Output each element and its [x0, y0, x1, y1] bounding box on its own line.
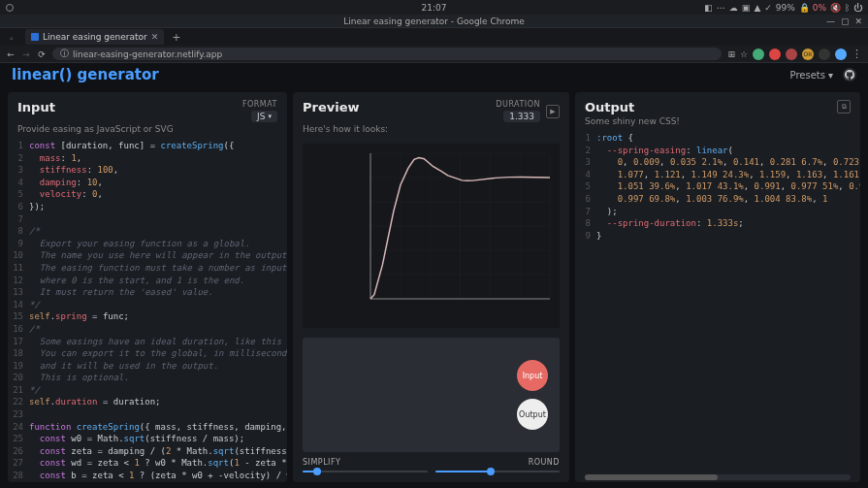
format-select[interactable]: JS ▾	[251, 111, 277, 122]
tray-battery[interactable]: 99%	[776, 3, 795, 13]
code-line: 1const [duration, func] = createSpring({	[12, 140, 283, 152]
activities-icon[interactable]	[6, 4, 14, 12]
tab-search-icon[interactable]: ⌕	[8, 33, 16, 41]
format-label: FORMAT	[242, 100, 277, 109]
input-title: Input	[17, 100, 55, 114]
code-line: 15self.spring = func;	[12, 310, 283, 323]
bookmark-icon[interactable]: ☆	[740, 49, 748, 59]
code-line: 20 This is optional.	[12, 372, 283, 384]
duration-label: DURATION	[496, 100, 540, 109]
code-line: 7 );	[579, 206, 856, 218]
window-title: Linear easing generator - Google Chrome	[343, 16, 525, 26]
nav-back-icon[interactable]: ←	[6, 49, 16, 59]
tray-lock-icon[interactable]: 🔒 0%	[799, 3, 826, 13]
nav-reload-icon[interactable]: ⟳	[37, 49, 47, 59]
new-tab-button[interactable]: +	[168, 31, 184, 44]
app-header: linear() generator Presets ▾	[0, 63, 868, 86]
code-line: 8/*	[12, 225, 283, 238]
code-line: 7	[12, 213, 283, 226]
url-input[interactable]: ⓘ linear-easing-generator.netlify.app	[52, 48, 722, 60]
browser-tab-strip: ⌕ Linear easing generator ✕ +	[0, 28, 868, 46]
ext-icon-3[interactable]	[786, 49, 797, 60]
presets-label: Presets	[790, 70, 825, 81]
ext-icon-4[interactable]: OR	[802, 49, 814, 60]
input-panel: Input FORMAT JS ▾ Provide easing as Java…	[8, 92, 287, 482]
code-line: 16/*	[12, 323, 283, 336]
round-slider[interactable]	[435, 471, 561, 472]
page-title: linear() generator	[12, 66, 159, 83]
ext-icon-5[interactable]	[819, 49, 830, 60]
graph-svg	[303, 144, 560, 328]
url-text: linear-easing-generator.netlify.app	[73, 49, 222, 59]
ext-icon-1[interactable]	[753, 49, 764, 60]
code-line: 2 --spring-easing: linear(	[579, 145, 856, 157]
tab-close-icon[interactable]: ✕	[151, 32, 159, 42]
tray-sound-icon[interactable]: 🔇	[830, 3, 841, 13]
code-line: 10 The name you use here will appear in …	[12, 249, 283, 262]
input-code-editor[interactable]: 1const [duration, func] = createSpring({…	[8, 140, 287, 482]
tray-dots-icon[interactable]: ⋯	[717, 3, 725, 13]
code-line: 4 1.077, 1.121, 1.149 24.3%, 1.159, 1.16…	[579, 169, 856, 181]
code-line: 9}	[579, 230, 856, 243]
main-content: Input FORMAT JS ▾ Provide easing as Java…	[0, 86, 868, 488]
site-info-icon[interactable]: ⓘ	[60, 48, 69, 60]
easing-graph	[303, 144, 560, 328]
tray-bt-icon[interactable]: ᛒ	[845, 3, 850, 13]
code-line: 24function createSpring({ mass, stiffnes…	[12, 421, 283, 434]
tab-title: Linear easing generator	[43, 32, 147, 42]
tray-power-icon[interactable]: ⏻	[853, 3, 862, 13]
window-minimize-icon[interactable]: —	[826, 16, 835, 26]
animation-demo: Input Output	[303, 338, 560, 452]
code-line: 5 1.051 39.6%, 1.017 43.1%, 0.991, 0.977…	[579, 180, 856, 193]
code-line: 13 It must return the 'eased' value.	[12, 286, 283, 299]
preview-title: Preview	[303, 100, 360, 114]
code-line: 2 mass: 1,	[12, 152, 283, 165]
code-line: 26 const zeta = damping / (2 * Math.sqrt…	[12, 445, 283, 458]
chevron-down-icon: ▾	[268, 113, 272, 120]
code-line: 14*/	[12, 299, 283, 311]
browser-toolbar: ← → ⟳ ⓘ linear-easing-generator.netlify.…	[0, 46, 868, 63]
play-button[interactable]: ▶	[546, 105, 560, 118]
code-line: 12 where 0 is the start, and 1 is the en…	[12, 275, 283, 287]
code-line: 8 --spring-duration: 1.333s;	[579, 217, 856, 230]
code-line: 1:root {	[579, 132, 856, 145]
window-close-icon[interactable]: ✕	[854, 16, 862, 26]
code-line: 25 const w0 = Math.sqrt(stiffness / mass…	[12, 433, 283, 445]
code-line: 9 Export your easing function as a globa…	[12, 238, 283, 250]
code-line: 5 velocity: 0,	[12, 188, 283, 201]
duration-input[interactable]: 1.333	[503, 111, 540, 122]
ext-icon-2[interactable]	[769, 49, 781, 60]
output-subtitle: Some shiny new CSS!	[575, 116, 860, 132]
output-panel: Output ⧉ Some shiny new CSS! 1:root {2 -…	[575, 92, 860, 482]
code-line: 18 You can export it to the global, in m…	[12, 347, 283, 360]
code-line: 17 Some easings have an ideal duration, …	[12, 336, 283, 348]
copy-button[interactable]: ⧉	[837, 100, 851, 114]
tray-app-icon[interactable]: ◧	[704, 3, 713, 13]
tray-bell-icon[interactable]: ▲	[754, 3, 760, 13]
simplify-slider[interactable]	[303, 471, 428, 472]
round-thumb[interactable]	[487, 468, 495, 475]
round-label: ROUND	[435, 458, 561, 467]
window-titlebar: Linear easing generator - Google Chrome …	[0, 15, 868, 28]
github-link[interactable]	[843, 68, 856, 81]
window-maximize-icon[interactable]: ▢	[841, 16, 850, 26]
nav-forward-icon[interactable]: →	[21, 49, 31, 59]
code-line: 11 The easing function must take a numbe…	[12, 262, 283, 275]
presets-dropdown[interactable]: Presets ▾	[790, 70, 833, 81]
menu-icon[interactable]: ⋮	[852, 48, 862, 60]
demo-ball-input: Input	[517, 360, 548, 391]
profile-avatar[interactable]	[835, 49, 847, 60]
tab-favicon-icon	[31, 33, 39, 41]
simplify-thumb[interactable]	[313, 468, 321, 475]
output-scrollbar[interactable]	[585, 474, 851, 480]
demo-ball-output: Output	[517, 399, 548, 430]
tray-check-icon[interactable]: ✓	[764, 3, 772, 13]
tray-cloud-icon[interactable]: ☁	[729, 3, 738, 13]
browser-tab[interactable]: Linear easing generator ✕	[25, 29, 164, 45]
tray-folder-icon[interactable]: ▣	[742, 3, 751, 13]
code-line: 21*/	[12, 384, 283, 397]
output-code[interactable]: 1:root {2 --spring-easing: linear(3 0, 0…	[575, 132, 860, 472]
os-clock[interactable]: 21:07	[422, 3, 447, 13]
install-icon[interactable]: ⊞	[727, 49, 735, 59]
code-line: 22self.duration = duration;	[12, 396, 283, 408]
